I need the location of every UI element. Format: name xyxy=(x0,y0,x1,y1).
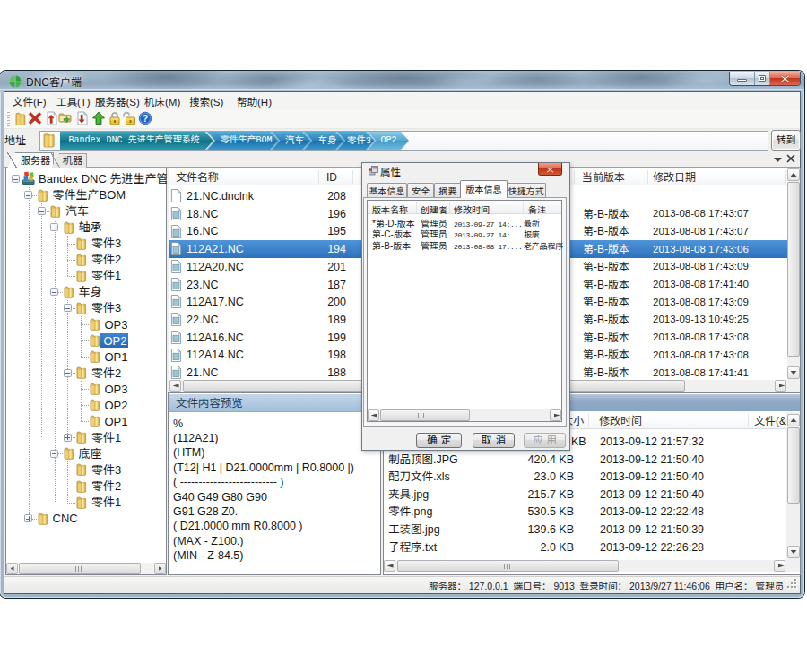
svg-text:?: ? xyxy=(143,113,148,124)
